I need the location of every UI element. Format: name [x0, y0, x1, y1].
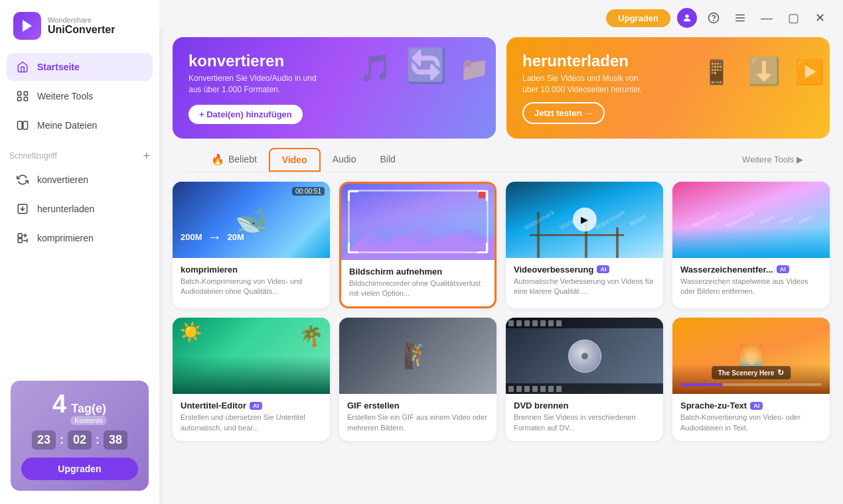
tool-desc-dvd: Brennen Sie Videos in verschiedenen Form…: [514, 412, 655, 433]
tool-name-komprimieren: komprimieren: [181, 265, 322, 275]
minimize-icon[interactable]: —: [757, 8, 777, 28]
tool-thumb-dvd: [506, 318, 663, 394]
support-icon[interactable]: [704, 8, 724, 28]
tool-info-dvd: DVD brennen Brennen Sie Videos in versch…: [506, 394, 663, 441]
sidebar-item-startseite[interactable]: Startseite: [7, 53, 153, 81]
tab-beliebt[interactable]: 🔥 Beliebt: [199, 148, 269, 172]
banner-download: herunterladen Laden Sie Videos und Musik…: [506, 37, 830, 139]
tool-name-screen: Bildschirm aufnehmen: [349, 267, 487, 277]
sidebar-item-meine-dateien[interactable]: Meine Dateien: [7, 111, 153, 139]
banner-convert: konvertieren Konvertieren Sie Video/Audi…: [173, 37, 496, 139]
convert-icon: [16, 173, 29, 186]
tool-name-watermark: Wasserzeichenentfer... AI: [680, 265, 822, 275]
sidebar-item-herunterladen[interactable]: herunterladen: [7, 195, 153, 223]
sidebar-item-komprimieren[interactable]: komprimieren: [7, 224, 153, 252]
tabs-row: 🔥 Beliebt Video Audio Bild Weitere Tools…: [186, 139, 816, 172]
progress-fill: [680, 383, 723, 386]
tool-info-gif: GIF erstellen Erstellen Sie ein GIF aus …: [339, 394, 497, 441]
tool-card-komprimieren[interactable]: 🐋 200M → 20M 00:00:51 komprimieren Batch…: [173, 182, 330, 309]
trial-box: 4 Tag(e) Kostenlo 23 : 02 : 38 Upgraden: [11, 381, 149, 491]
tool-desc-subtitle: Erstellen und übersetzen Sie Untertitel …: [181, 412, 322, 433]
tool-card-videoverbesserung[interactable]: Watermark Watermark Watermark Water ▶ Vi…: [506, 182, 663, 309]
tool-info-speech: Sprache-zu-Text AI Batch-Konvertierung v…: [672, 394, 830, 441]
trial-tag-word: Tag(e): [70, 402, 107, 416]
fire-icon: 🔥: [211, 153, 224, 166]
main-content: Upgraden — ▢ ✕ konvertieren: [159, 0, 843, 504]
sidebar-item-label: konvertieren: [37, 174, 88, 185]
logo-icon: [13, 12, 41, 40]
sidebar-item-label: Weitere Tools: [37, 91, 93, 101]
svg-rect-1: [18, 92, 21, 95]
tool-desc-video-enhance: Automatische Verbesserung von Videos für…: [514, 277, 655, 297]
tool-card-gif[interactable]: 🧗 GIF ✦✦ GIF erstellen Erstellen Sie ein…: [339, 318, 497, 441]
try-now-button[interactable]: Jetzt testen →: [522, 102, 605, 124]
user-avatar[interactable]: [677, 8, 697, 28]
upgrade-button[interactable]: Upgraden: [606, 9, 670, 27]
tool-card-dvd[interactable]: DVD brennen Brennen Sie Videos in versch…: [506, 318, 663, 441]
sidebar-item-label: Meine Dateien: [37, 120, 97, 131]
banner-download-deco: 📱 ⬇️ ▶️: [702, 41, 824, 88]
tool-name-gif: GIF erstellen: [347, 401, 489, 410]
files-icon: [16, 119, 29, 132]
tool-name-speech: Sprache-zu-Text AI: [680, 401, 822, 410]
svg-point-15: [685, 15, 688, 18]
tool-card-speech[interactable]: 🌅 The Scenery Here ↻ Sprache-zu-Text AI …: [672, 318, 830, 441]
maximize-icon[interactable]: ▢: [783, 8, 803, 28]
tab-beliebt-label: Beliebt: [228, 154, 257, 164]
timer-minutes: 02: [68, 430, 92, 450]
app-name: UniConverter: [48, 24, 115, 36]
sidebar-item-label: herunterladen: [37, 204, 94, 214]
tab-bild[interactable]: Bild: [368, 149, 408, 171]
tool-info-subtitle: Untertitel-Editor AI Erstellen und übers…: [173, 394, 330, 441]
tab-video[interactable]: Video: [269, 148, 321, 172]
tab-audio[interactable]: Audio: [321, 149, 368, 171]
tool-thumb-screen: [341, 184, 495, 260]
banner-download-desc: Laden Sie Videos und Musik von über 10.0…: [522, 73, 655, 95]
tool-thumb-video-enhance: Watermark Watermark Watermark Water ▶: [506, 182, 663, 258]
video-timestamp: 00:00:51: [292, 187, 325, 196]
sidebar-item-konvertieren[interactable]: konvertieren: [7, 166, 153, 194]
menu-icon[interactable]: [730, 8, 750, 28]
scenery-text-bar: The Scenery Here ↻: [712, 366, 791, 379]
trial-upgrade-button[interactable]: Upgraden: [21, 458, 138, 480]
tool-name-dvd: DVD brennen: [514, 401, 655, 410]
tab-video-label: Video: [282, 155, 307, 165]
add-files-button[interactable]: + Datei(en) hinzufügen: [189, 105, 303, 124]
tool-card-bildschirm-aufnehmen[interactable]: Bildschirm aufnehmen Bildschirmrecorder …: [339, 182, 497, 309]
svg-rect-5: [18, 121, 23, 129]
ai-badge-subtitle: AI: [250, 402, 262, 410]
trial-timer: 23 : 02 : 38: [21, 430, 138, 450]
tool-thumb-subtitle: 🌴 ☀️ TextTextText ✏️: [173, 318, 330, 394]
sidebar-quick-access: konvertieren herunterladen komprimieren: [0, 166, 159, 253]
add-quick-access-button[interactable]: +: [143, 150, 150, 162]
tool-card-watermark[interactable]: Watermark Watermark Water Wate mark Wass…: [672, 182, 830, 309]
record-dot: [479, 192, 485, 198]
progress-bar: [680, 383, 822, 386]
tool-name-subtitle: Untertitel-Editor AI: [181, 401, 322, 410]
sidebar-item-weitere-tools[interactable]: Weitere Tools: [7, 82, 153, 110]
sidebar-item-label: Startseite: [37, 62, 80, 72]
more-tools-link[interactable]: Weitere Tools ▶: [742, 155, 803, 164]
compress-icon: [16, 231, 29, 245]
tool-info-screen: Bildschirm aufnehmen Bildschirmrecorder …: [341, 260, 495, 307]
tool-desc-screen: Bildschirmrecorder ohne Qualitätsverlust…: [349, 279, 487, 299]
close-icon[interactable]: ✕: [810, 8, 830, 28]
banner-convert-desc: Konvertieren Sie Video/Audio in und aus …: [189, 73, 321, 95]
topbar: Upgraden — ▢ ✕: [159, 0, 843, 28]
trial-kostenlos: Kostenlo: [70, 416, 107, 425]
svg-rect-6: [23, 121, 28, 129]
logo-text: Wondershare UniConverter: [48, 16, 115, 36]
tool-desc-gif: Erstellen Sie ein GIF aus einem Video od…: [347, 412, 489, 433]
tool-card-untertitel[interactable]: 🌴 ☀️ TextTextText ✏️ Untertitel-Editor A…: [173, 318, 330, 441]
sidebar-nav: Startseite Weitere Tools Meine Dateien: [0, 53, 159, 141]
tools-icon: [16, 90, 29, 103]
ai-badge-speech: AI: [750, 402, 763, 410]
tool-info-komprimieren: komprimieren Batch-Komprimierung von Vid…: [173, 258, 330, 305]
tool-desc-speech: Batch-Konvertierung von Video- oder Audi…: [680, 412, 822, 433]
svg-rect-4: [24, 97, 27, 101]
ai-badge: AI: [597, 265, 609, 273]
tool-name-video-enhance: Videoverbesserung AI: [514, 265, 655, 275]
banner-convert-deco: 🎵 🔄 📁: [359, 44, 489, 84]
tool-info-video-enhance: Videoverbesserung AI Automatische Verbes…: [506, 258, 663, 305]
svg-rect-10: [18, 239, 22, 243]
